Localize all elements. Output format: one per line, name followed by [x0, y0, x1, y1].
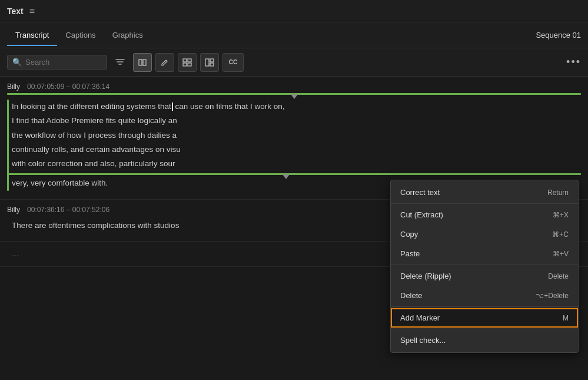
tab-graphics[interactable]: Graphics — [104, 25, 151, 45]
context-menu-item-add-marker[interactable]: Add Marker M — [391, 308, 578, 328]
text-line-1-0[interactable]: In looking at the different editing syst… — [7, 100, 581, 114]
context-menu-label-add-marker: Add Marker — [400, 313, 440, 322]
text-cursor — [172, 103, 173, 111]
transcript-text-block-1: In looking at the different editing syst… — [7, 97, 581, 193]
group2-icon — [205, 58, 214, 67]
context-menu-label-cut: Cut (Extract) — [400, 210, 443, 219]
timestamp-2: 00:07:36:16 – 00:07:52:06 — [27, 206, 109, 214]
context-divider-3 — [391, 306, 578, 307]
cc-button[interactable]: CC — [222, 53, 244, 72]
text-line-1-3[interactable]: continually rolls, and certain advantage… — [7, 143, 581, 157]
search-input[interactable] — [25, 58, 96, 67]
svg-rect-4 — [183, 63, 187, 66]
context-menu-label-delete-ripple: Delete (Ripple) — [400, 272, 451, 280]
context-menu-item-cut[interactable]: Cut (Extract) ⌘+X — [391, 205, 578, 224]
svg-rect-5 — [188, 63, 191, 66]
text-line-1-2[interactable]: the workflow of how I process through da… — [7, 128, 581, 143]
svg-rect-6 — [205, 59, 209, 66]
filter-icon — [115, 58, 125, 67]
context-menu-item-spell-check[interactable]: Spell check... — [391, 331, 578, 350]
context-menu-shortcut-add-marker: M — [563, 314, 569, 322]
menu-icon[interactable]: ≡ — [29, 6, 35, 16]
svg-rect-2 — [183, 59, 187, 62]
svg-rect-1 — [143, 60, 146, 65]
context-menu-label-delete: Delete — [400, 291, 423, 300]
context-menu-shortcut-delete: ⌥+Delete — [536, 292, 569, 300]
context-menu-item-copy[interactable]: Copy ⌘+C — [391, 224, 578, 244]
timestamp-1: 00:07:05:09 – 00:07:36:14 — [27, 82, 109, 91]
toolbar: 🔍 CC ••• — [0, 48, 588, 77]
context-menu-label-correct-text: Correct text — [400, 188, 440, 197]
more-options-button[interactable]: ••• — [566, 56, 581, 68]
edit-icon — [161, 58, 169, 67]
speaker-name-1: Billy — [7, 82, 20, 91]
group1-icon — [182, 58, 192, 67]
context-menu-shortcut-correct-text: Return — [547, 189, 569, 197]
svg-rect-7 — [210, 59, 214, 62]
split-icon — [138, 58, 147, 67]
split-button[interactable] — [133, 53, 152, 72]
context-menu-shortcut-paste: ⌘+V — [553, 250, 569, 258]
context-menu-label-paste: Paste — [400, 249, 420, 258]
svg-rect-3 — [188, 59, 191, 62]
context-menu-label-copy: Copy — [400, 230, 418, 239]
group2-button[interactable] — [200, 53, 219, 72]
context-menu-label-spell-check: Spell check... — [400, 336, 446, 345]
app-title: Text — [7, 6, 24, 16]
more-icon: ••• — [566, 56, 581, 68]
svg-rect-0 — [139, 60, 142, 65]
sequence-label: Sequence 01 — [536, 31, 581, 39]
tab-transcript[interactable]: Transcript — [7, 25, 57, 45]
text-line-1-1[interactable]: I find that Adobe Premiere fits quite lo… — [7, 114, 581, 128]
search-box[interactable]: 🔍 — [7, 55, 107, 70]
svg-rect-8 — [210, 63, 214, 66]
context-divider-4 — [391, 329, 578, 329]
entry-header-1: Billy 00:07:05:09 – 00:07:36:14 — [7, 82, 581, 91]
context-menu-item-delete-ripple[interactable]: Delete (Ripple) Delete — [391, 266, 578, 286]
context-menu-item-paste[interactable]: Paste ⌘+V — [391, 244, 578, 263]
filter-button[interactable] — [111, 53, 129, 72]
context-menu: Correct text Return Cut (Extract) ⌘+X Co… — [390, 180, 579, 353]
search-icon: 🔍 — [12, 58, 22, 67]
tab-bar: Transcript Captions Graphics Sequence 01 — [0, 22, 588, 48]
main-content: Billy 00:07:05:09 – 00:07:36:14 In looki… — [0, 77, 588, 380]
edit-button[interactable] — [155, 53, 174, 72]
text-line-1-4[interactable]: with color correction and also, particul… — [7, 157, 581, 171]
context-menu-shortcut-delete-ripple: Delete — [548, 272, 569, 280]
speaker-name-2: Billy — [7, 206, 20, 214]
group1-button[interactable] — [178, 53, 197, 72]
context-menu-item-delete[interactable]: Delete ⌥+Delete — [391, 286, 578, 305]
tab-captions[interactable]: Captions — [57, 25, 104, 45]
context-menu-shortcut-copy: ⌘+C — [552, 230, 569, 239]
cc-icon: CC — [229, 59, 237, 65]
context-divider-2 — [391, 265, 578, 265]
context-menu-item-correct-text[interactable]: Correct text Return — [391, 183, 578, 202]
context-menu-shortcut-cut: ⌘+X — [553, 211, 569, 219]
context-divider-1 — [391, 203, 578, 204]
title-bar: Text ≡ — [0, 0, 588, 22]
